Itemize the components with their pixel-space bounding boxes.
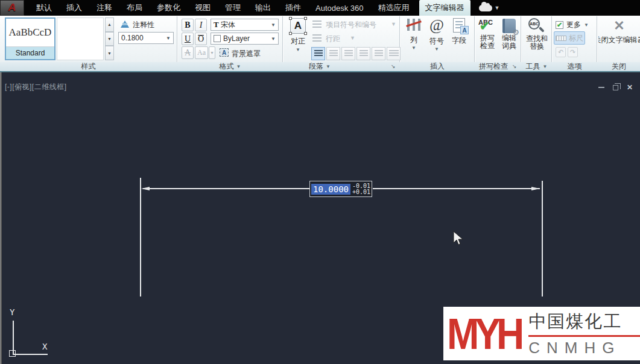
viewport-window-controls: ✕ [598, 83, 633, 92]
annotative-label[interactable]: 注释性 [133, 20, 154, 30]
find-replace-icon: ABC [528, 18, 545, 35]
close-icon: ✕ [613, 19, 624, 33]
align-left-button[interactable] [311, 47, 325, 60]
field-label: 字段 [452, 37, 466, 45]
autocad-logo-icon: A [8, 2, 16, 14]
chevron-down-icon: ▼ [543, 64, 548, 69]
tab-parametric[interactable]: 参数化 [150, 0, 188, 16]
style-gallery[interactable] [57, 17, 104, 60]
tab-manage[interactable]: 管理 [218, 0, 248, 16]
tab-text-editor[interactable]: 文字编辑器 [419, 0, 470, 16]
gallery-down-button[interactable]: ▼ [105, 32, 114, 46]
line-spacing-icon [312, 34, 322, 42]
ribbon-display-toggle[interactable]: ▼ [479, 5, 500, 11]
dictionary-icon [502, 19, 516, 33]
bullets-label: 项目符号和编号 [326, 20, 376, 30]
chevron-down-icon: ▼ [271, 22, 276, 28]
underline-button[interactable]: U [182, 33, 194, 45]
panel-options[interactable]: 选项 [553, 62, 597, 71]
spell-dialog-launcher-icon[interactable]: ↘ [512, 63, 517, 69]
align-right-button[interactable] [341, 47, 355, 60]
tolerance-lower: +0.01 [352, 189, 370, 195]
change-case-label: Aa [197, 48, 206, 57]
justification-button[interactable]: A 对正 ▼ [286, 18, 310, 60]
change-case-dropdown[interactable]: ▼ [209, 46, 215, 59]
close-icon[interactable]: ✕ [627, 83, 633, 92]
tab-output[interactable]: 输出 [248, 0, 278, 16]
edit-dictionaries-button[interactable]: 编辑 词典 [499, 19, 519, 50]
model-space-viewport[interactable]: [-][俯视][二维线框] ✕ 10.0000 -0.01 +0.01 Y X [0, 72, 640, 364]
minimize-icon[interactable] [598, 87, 604, 88]
tab-featured-apps[interactable]: 精选应用 [371, 0, 417, 16]
field-icon: A [453, 18, 465, 33]
redo-button[interactable]: ↷ [568, 47, 578, 57]
field-button[interactable]: A 字段 [449, 18, 469, 45]
viewport-controls-label[interactable]: [-][俯视][二维线框] [5, 82, 67, 92]
color-combo[interactable]: ByLayer ▼ [211, 33, 279, 45]
panel-insert[interactable]: 插入 [401, 62, 474, 71]
align-justify-button[interactable] [356, 47, 370, 60]
application-menu-button[interactable]: A [0, 0, 24, 16]
panel-style[interactable]: 样式 [0, 62, 177, 71]
gallery-up-button[interactable]: ▲ [105, 17, 114, 32]
tab-addins[interactable]: 插件 [278, 0, 308, 16]
combine-paragraphs-button[interactable] [387, 47, 401, 60]
style-name: Standard [6, 47, 54, 59]
panel-paragraph[interactable]: 段落▼ [284, 62, 356, 71]
ucs-icon: Y X [6, 307, 60, 362]
tab-default[interactable]: 默认 [29, 0, 59, 16]
restore-icon[interactable] [613, 85, 618, 90]
paragraph-dialog-launcher-icon[interactable]: ↘ [391, 63, 396, 69]
chevron-down-icon: ▼ [411, 44, 416, 52]
font-combo[interactable]: T 宋体 ▼ [211, 19, 279, 31]
background-mask-label[interactable]: 背景遮罩 [232, 49, 261, 59]
gallery-expand-button[interactable]: ▼ [105, 46, 114, 60]
bold-label: B [185, 20, 190, 30]
text-height-combo[interactable]: 0.1800 ▼ [118, 32, 174, 44]
tab-layout[interactable]: 布局 [119, 0, 150, 16]
more-label: 更多 [566, 20, 581, 30]
panel-close[interactable]: 关闭 [598, 62, 640, 71]
tab-insert[interactable]: 插入 [59, 0, 89, 16]
change-case-button[interactable]: Aa [195, 46, 208, 59]
tab-view[interactable]: 视图 [188, 0, 218, 16]
ucs-y-label: Y [10, 307, 14, 317]
align-center-button[interactable] [326, 47, 340, 60]
text-style-tile[interactable]: AaBbCcD Standard [5, 17, 55, 60]
spell-check-button[interactable]: ABC✔ 拼写 检查 [477, 19, 498, 50]
checkbox-icon: ✔ [556, 21, 563, 29]
panel-label-strip: 样式 格式▼ 段落▼ ↘ 插入 拼写检查 ↘ 工具▼ 选项 关闭 [0, 62, 640, 71]
panel-tools[interactable]: 工具▼ [522, 62, 551, 71]
bold-button[interactable]: B [182, 19, 194, 31]
canvas-left-edge [0, 72, 2, 364]
watermark: MYH 中国煤化工 CNMHG [443, 307, 640, 360]
strikethrough-button[interactable]: A [182, 46, 194, 59]
align-distribute-button[interactable] [372, 47, 385, 60]
style-gallery-scroll: ▲ ▼ ▼ [105, 17, 114, 60]
panel-format[interactable]: 格式▼ [178, 62, 282, 71]
overline-button[interactable]: O [195, 33, 207, 45]
ruler-toggle-button[interactable]: 标尺 [554, 31, 585, 45]
dimension-arrow-right-icon [531, 187, 540, 190]
watermark-divider [528, 335, 640, 337]
dimension-value-selected[interactable]: 10.0000 [311, 184, 350, 195]
find-replace-button[interactable]: ABC 查找和 替换 [524, 18, 550, 51]
justification-icon: A [290, 18, 306, 34]
symbol-button[interactable]: @ 符号 ▼ [427, 17, 446, 53]
close-text-editor-button[interactable]: ✕ 关闭文字编辑器 [598, 19, 640, 44]
tab-autodesk360[interactable]: Autodesk 360 [308, 1, 371, 15]
watermark-subtitle: CNMHG [528, 339, 640, 357]
dimension-text-editor[interactable]: 10.0000 -0.01 +0.01 [309, 181, 372, 197]
chevron-down-icon: ▼ [271, 36, 276, 42]
more-button[interactable]: ✔ 更多 ▼ [556, 20, 589, 30]
italic-button[interactable]: I [195, 19, 207, 31]
panel-spell-check[interactable]: 拼写检查 [475, 62, 512, 71]
font-name: 宋体 [221, 20, 235, 30]
background-mask-icon[interactable]: A [220, 48, 229, 57]
undo-button[interactable]: ↶ [556, 47, 566, 57]
tab-annotate[interactable]: 注释 [89, 0, 119, 16]
chevron-down-icon: ▼ [296, 47, 300, 52]
annotative-icon[interactable] [121, 20, 129, 28]
columns-button[interactable]: 列 ▼ [405, 19, 422, 52]
close-text-editor-label: 关闭文字编辑器 [598, 36, 640, 44]
